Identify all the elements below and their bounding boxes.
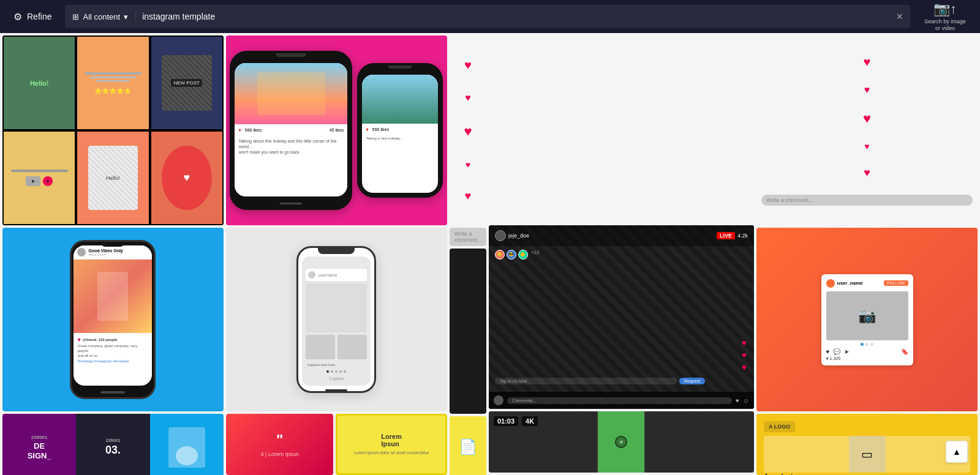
header: ⚙ Refine ⊞ All content ▾ × 📷↑ Search by …	[0, 0, 980, 33]
heart-icon-r2: ♥	[864, 84, 870, 95]
phone-photo	[74, 260, 152, 333]
live-comment-input[interactable]: Comments...	[507, 397, 732, 404]
hearts-decoration: ♥ ♥ ♥ ♥ ♥	[450, 36, 486, 225]
dot-5	[344, 370, 346, 373]
heart-icon-r3: ♥	[863, 111, 871, 127]
phone-photo-tropical	[235, 63, 347, 124]
dot-4	[339, 370, 342, 373]
phone-mockup-pink: ♥ 568 likes 45 likes Talking about this …	[230, 51, 352, 210]
dot-3	[335, 370, 337, 373]
phone-header-bar: username	[306, 269, 367, 281]
phone-content: ♥ @friend_124 people Great company, grea…	[74, 333, 152, 367]
likes-count: ♥ 1,326	[826, 356, 908, 361]
search-input[interactable]	[142, 12, 890, 21]
comment-icon: 💬	[833, 348, 840, 355]
comic-cell-1: Hello!	[2, 36, 76, 130]
phone-photo-tropical-2	[362, 75, 438, 124]
phone-outline-screen: username Caption text here...	[302, 256, 371, 386]
viewer-count: 4.2k	[737, 233, 748, 239]
grid-col-live: jeje_doe LIVE 4.2k 😊 😎 🙂 +12 ♥♥♥	[489, 36, 754, 473]
search-by-image-button[interactable]: 📷↑ Search by imageor video	[918, 0, 973, 34]
phone-outline-mockup: username Caption text here...	[296, 246, 376, 393]
camera-placeholder: 📷	[826, 291, 908, 340]
list-item[interactable]: 📄	[450, 416, 486, 475]
heart-icon-r5: ♥	[864, 166, 870, 179]
username-label: user_name	[837, 280, 863, 286]
grid-col-1: Hello! ⭐⭐⭐⭐⭐ NEW POST	[2, 36, 224, 473]
dot-1	[326, 370, 329, 373]
phone-screen-pink: ♥ 568 likes 45 likes Talking about this …	[235, 63, 347, 196]
carousel-dots	[826, 343, 908, 346]
follow-button[interactable]: FOLLOW	[884, 280, 908, 286]
phone-caption: Caption text here...	[306, 362, 367, 368]
scroll-to-top-button[interactable]: ▲	[946, 441, 968, 463]
clear-button[interactable]: ×	[896, 11, 903, 22]
phone-stats-2: ♥ 568 likes	[362, 124, 438, 135]
dot-active	[861, 343, 864, 346]
list-item[interactable]: user_name FOLLOW 📷 ♥ 💬 ➤ 🔖 ♥ 1,32	[756, 228, 978, 411]
logo-description: A perfect	[764, 473, 970, 475]
phone-thumb-2	[337, 335, 367, 359]
list-item[interactable]: 239001 DESIGN_ 239001 03.	[2, 414, 224, 475]
heart-icon-5: ♥	[465, 190, 472, 203]
comic-cell-5: Hello!	[76, 130, 149, 225]
list-item[interactable]: ✕ 01:03 4K	[489, 411, 754, 473]
grid-col-4: ♥ ♥ ♥ ♥ ♥ Write a comment... user_name F…	[756, 36, 978, 473]
comic-cell-3: NEW POST	[150, 36, 224, 130]
request-button[interactable]: Request	[679, 378, 705, 384]
refine-button[interactable]: ⚙ Refine	[7, 7, 58, 26]
lorem-card: LoremIpsun Lorem ipsum dolor sit amet co…	[336, 414, 447, 475]
heart-icon-r1: ♥	[864, 55, 871, 69]
comic-cell-4: ▶ ♥	[2, 130, 76, 225]
insta-header: user_name FOLLOW	[826, 279, 908, 288]
comic-template-image: Hello! ⭐⭐⭐⭐⭐ NEW POST	[2, 36, 224, 225]
heart-icon: ♥	[826, 348, 830, 355]
list-item[interactable]: " 4 | Lorem Ipsun LoremIpsun Lorem ipsum…	[226, 414, 447, 475]
dot-3	[870, 343, 873, 346]
grid-col-3: ♥ ♥ ♥ ♥ ♥ Write a comment... 📄	[450, 36, 486, 473]
list-item[interactable]: Good Vibes Only Real Story ♥ @fr	[2, 228, 224, 411]
like-count: ♥	[238, 128, 241, 132]
refine-icon: ⚙	[13, 11, 22, 23]
heart-icon-2: ♥	[465, 92, 471, 103]
comic-cell-6: ♥	[150, 130, 224, 225]
avatar	[308, 271, 315, 279]
action-bar: ♥ 💬 ➤ 🔖	[826, 348, 908, 355]
video-badge: 01:03 4K	[494, 416, 538, 426]
chevron-down-icon: ▾	[124, 12, 128, 21]
list-item[interactable]: username Caption text here...	[226, 228, 447, 411]
comic-cell-2: ⭐⭐⭐⭐⭐	[76, 36, 149, 130]
camera-icon: 📷	[858, 307, 876, 324]
main-grid: Hello! ⭐⭐⭐⭐⭐ NEW POST	[0, 33, 980, 475]
dot-2	[331, 370, 333, 373]
phone-indicator-dots	[306, 370, 367, 373]
phone-stats: ♥ 568 likes 45 likes	[235, 124, 347, 136]
heart-icon-3: ♥	[464, 124, 472, 140]
search-by-image-label: Search by imageor video	[924, 18, 966, 32]
design-cell-purple: 239001 DESIGN_	[2, 414, 76, 475]
list-item[interactable]: jeje_doe LIVE 4.2k 😊 😎 🙂 +12 ♥♥♥	[489, 225, 754, 409]
comment-input[interactable]: Write a comment...	[761, 195, 973, 206]
list-item[interactable]	[450, 249, 486, 414]
video-time: 01:03	[494, 416, 518, 426]
list-item[interactable]: ♥ ♥ ♥ ♥ ♥ Write a comment...	[756, 36, 978, 225]
quote-card: " 4 | Lorem Ipsun	[226, 414, 333, 475]
list-item[interactable]: Hello! ⭐⭐⭐⭐⭐ NEW POST	[2, 36, 224, 225]
phone-screen: Good Vibes Only Real Story ♥ @fr	[74, 245, 152, 386]
phone-notch	[318, 248, 355, 254]
list-item[interactable]: A LOGO ▭ A perfect	[756, 414, 978, 475]
list-item[interactable]: ♥ 568 likes 45 likes Talking about this …	[226, 36, 447, 225]
phone-mockup-pink-2: ♥ 568 likes Taking a nice holiday...	[357, 63, 443, 198]
search-bar: ⊞ All content ▾ ×	[65, 5, 910, 28]
dot-2	[865, 343, 869, 346]
phone-notch	[100, 242, 125, 247]
all-content-button[interactable]: ⊞ All content ▾	[72, 12, 136, 21]
design-cell-teal	[150, 414, 224, 475]
logo-card: A LOGO ▭ A perfect	[756, 414, 978, 475]
floating-hearts: ♥♥♥	[742, 338, 747, 372]
grid-col-2: ♥ 568 likes 45 likes Talking about this …	[226, 36, 447, 473]
bookmark-icon: 🔖	[901, 348, 908, 355]
instagram-frame-card: user_name FOLLOW 📷 ♥ 💬 ➤ 🔖 ♥ 1,32	[821, 274, 913, 365]
share-icon: ➤	[844, 348, 849, 355]
phone-thumb-1	[306, 335, 335, 359]
